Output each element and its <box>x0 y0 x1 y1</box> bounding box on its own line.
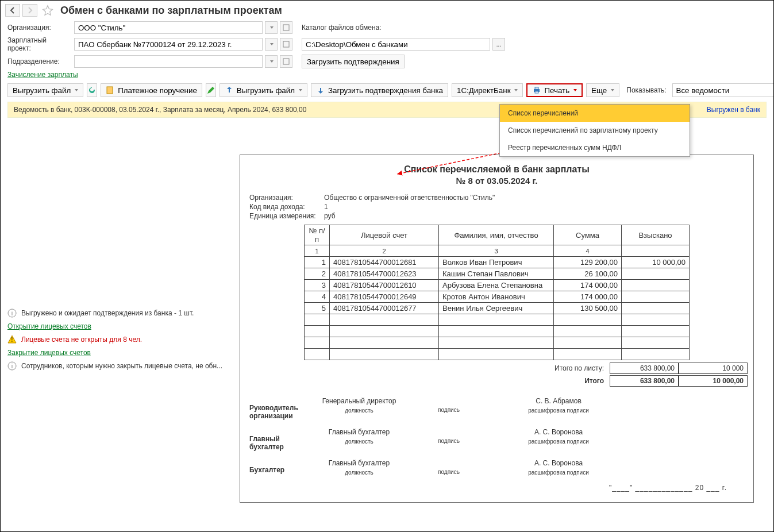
nav-back-button[interactable] <box>5 4 20 17</box>
svg-rect-0 <box>283 25 289 30</box>
sign-acc-role: Главный бухгалтер <box>249 428 307 451</box>
svg-text:!: ! <box>11 337 13 343</box>
col-acc-header: Лицевой счет <box>330 225 439 245</box>
svg-rect-3 <box>107 87 113 94</box>
arrow-right-icon <box>25 6 34 15</box>
upload-file-button[interactable]: Выгрузить файл <box>7 83 83 97</box>
pencil-icon <box>206 86 215 95</box>
export-icon <box>225 86 234 95</box>
org-dropdown-button[interactable] <box>265 21 278 34</box>
meta-org-label: Организация: <box>249 194 324 202</box>
meta-org-value: Общество с ограниченной ответственностью… <box>324 194 495 202</box>
report-document: Список перечисляемой в банк зарплаты № 8… <box>240 155 754 503</box>
chevron-down-icon <box>270 26 274 29</box>
edit-button[interactable] <box>206 83 216 97</box>
payment-order-button[interactable]: Платежное поручение <box>101 83 202 97</box>
dept-input[interactable] <box>74 55 263 68</box>
menu-item-spisok-po-proektu[interactable]: Список перечислений по зарплатному проек… <box>500 122 690 139</box>
meta-code-value: 1 <box>324 203 328 211</box>
vedomost-text: Ведомость в банк, 003К-000008, 03.05.202… <box>14 106 306 114</box>
sign-bk-role: Бухгалтер <box>249 459 307 474</box>
table-row: 340817810544700012610Арбузова Елена Степ… <box>305 280 690 291</box>
meta-code-label: Код вида дохода: <box>249 203 324 211</box>
col-sum-header: Сумма <box>554 225 622 245</box>
print-button[interactable]: Печать <box>526 83 583 97</box>
show-select[interactable] <box>672 83 775 97</box>
total-sheet-sum: 633 800,00 <box>610 363 679 374</box>
refresh-button[interactable] <box>87 83 97 97</box>
catalog-browse-button[interactable]: ... <box>492 38 505 51</box>
svg-rect-6 <box>535 91 538 93</box>
open-icon <box>283 41 290 48</box>
vedomost-status: Выгружен в банк <box>707 106 760 114</box>
info-not-open-text: Лицевые счета не открыты для 8 чел. <box>21 336 142 344</box>
total-sheet-label: Итого по листу: <box>363 364 610 372</box>
print-dropdown-menu: Список перечислений Список перечислений … <box>499 104 690 157</box>
col-vz-header: Взыскано <box>622 225 690 245</box>
import-icon <box>316 86 325 95</box>
chevron-down-icon <box>514 89 518 91</box>
direct-bank-button[interactable]: 1С:ДиректБанк <box>452 83 523 97</box>
meta-unit-value: руб <box>324 212 336 220</box>
org-input[interactable] <box>74 21 263 34</box>
menu-item-reestr-ndfl[interactable]: Реестр перечисленных сумм НДФЛ <box>500 139 690 156</box>
dept-open-button[interactable] <box>280 55 292 68</box>
warning-icon: ! <box>7 335 17 344</box>
menu-item-spisok-perechisleniy[interactable]: Список перечислений <box>500 105 690 122</box>
arrow-left-icon <box>8 6 17 15</box>
chevron-down-icon <box>270 43 274 45</box>
info-close-hint-text: Сотрудников, которым нужно закрыть лицев… <box>21 362 222 370</box>
document-icon <box>106 86 115 95</box>
open-accounts-link[interactable]: Открытие лицевых счетов <box>7 322 91 330</box>
sign-date-template: "____" _____________ 20 ___ г. <box>249 484 727 492</box>
svg-text:i: i <box>11 310 13 317</box>
col-fio-header: Фамилия, имя, отчество <box>439 225 554 245</box>
svg-text:i: i <box>11 363 13 369</box>
org-label: Организация: <box>7 24 72 32</box>
table-row: 440817810544700012649Кротов Антон Иванов… <box>305 291 690 303</box>
project-input[interactable] <box>74 38 263 51</box>
chevron-down-icon <box>299 89 302 91</box>
svg-rect-5 <box>535 87 538 89</box>
col-n-header: № п/п <box>305 225 330 245</box>
chevron-down-icon <box>573 89 577 91</box>
printer-icon <box>532 86 541 95</box>
catalog-label: Каталог файлов обмена: <box>302 24 382 32</box>
org-open-button[interactable] <box>280 21 292 34</box>
page-title: Обмен с банками по зарплатным проектам <box>60 5 282 17</box>
project-dropdown-button[interactable] <box>265 38 278 51</box>
report-table: № п/п Лицевой счет Фамилия, имя, отчеств… <box>304 225 690 360</box>
info-waiting-text: Выгружено и ожидает подтверждения из бан… <box>21 309 194 317</box>
info-icon: i <box>7 361 17 371</box>
total-sheet-vz: 10 000 <box>679 363 748 374</box>
total-grand-vz: 10 000,00 <box>679 375 748 387</box>
nav-forward-button[interactable] <box>22 4 37 17</box>
project-label: Зарплатный проект: <box>7 36 72 52</box>
open-icon <box>283 24 290 31</box>
more-button[interactable]: Еще <box>586 83 619 97</box>
load-confirmations-button[interactable]: Загрузить подтверждения <box>302 55 405 68</box>
info-icon: i <box>7 309 17 318</box>
chevron-down-icon <box>75 89 78 91</box>
show-label: Показывать: <box>626 86 666 94</box>
chevron-down-icon <box>611 89 614 91</box>
refresh-icon <box>87 86 97 95</box>
catalog-input[interactable] <box>302 38 490 51</box>
zachislenie-link[interactable]: Зачисление зарплаты <box>7 71 78 79</box>
meta-unit-label: Единица измерения: <box>249 212 324 220</box>
table-row: 540817810544700012677Венин Илья Сергееви… <box>305 303 690 314</box>
table-row: 140817810544700012681Волков Иван Петрови… <box>305 257 690 268</box>
favorite-star-icon[interactable] <box>42 5 53 16</box>
load-bank-confirmations-button[interactable]: Загрузить подтверждения банка <box>311 83 448 97</box>
dept-label: Подразделение: <box>7 57 72 65</box>
total-grand-label: Итого <box>363 377 610 385</box>
total-grand-sum: 633 800,00 <box>610 375 679 387</box>
project-open-button[interactable] <box>280 38 292 51</box>
sign-head-role: Руководитель организации <box>249 397 307 420</box>
dept-dropdown-button[interactable] <box>265 55 278 68</box>
open-icon <box>283 58 290 65</box>
svg-rect-1 <box>283 41 289 47</box>
upload-file-button-2[interactable]: Выгрузить файл <box>220 83 307 97</box>
close-accounts-link[interactable]: Закрытие лицевых счетов <box>7 349 91 357</box>
chevron-down-icon <box>270 60 274 63</box>
